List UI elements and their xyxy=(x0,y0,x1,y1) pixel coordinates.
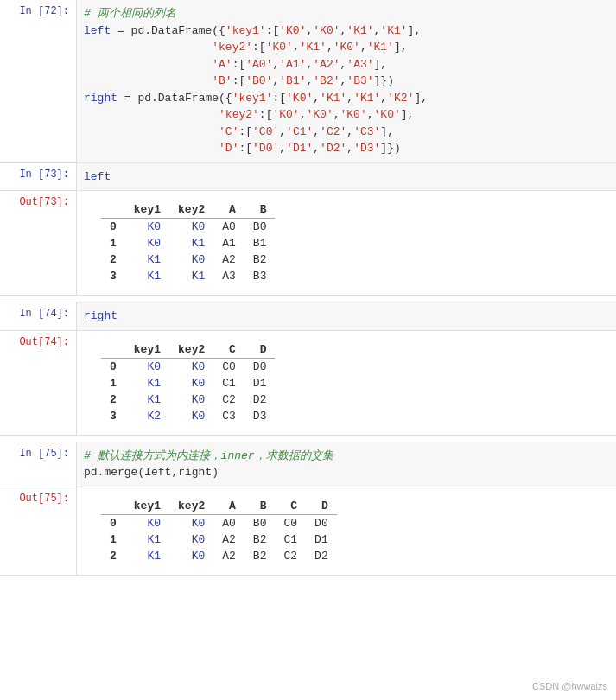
table-cell: C2 xyxy=(275,548,306,564)
table-cell: 0 xyxy=(101,219,125,236)
code-token: = pd.DataFrame({ xyxy=(111,24,225,37)
table-cell: D3 xyxy=(244,408,276,424)
code-line: 'A':['A0','A1','A2','A3'], xyxy=(84,56,609,73)
table-cell: 0 xyxy=(101,514,125,531)
code-token: :[ xyxy=(266,24,280,37)
table-cell: C1 xyxy=(275,531,306,548)
code-token: 'K0' xyxy=(374,108,401,121)
code-token: 'key1' xyxy=(232,92,273,105)
output-cell: Out[75]:key1key2ABCD0K0K0A0B0C0D01K1K0A2… xyxy=(0,487,616,576)
code-token: , xyxy=(327,41,333,54)
code-token: 'K1' xyxy=(380,24,407,37)
table-cell: D0 xyxy=(244,358,276,375)
table-cell: A2 xyxy=(213,548,244,564)
table-cell: K1 xyxy=(169,235,213,251)
code-token: 'D3' xyxy=(353,142,380,155)
code-token: = pd.DataFrame({ xyxy=(117,92,232,105)
code-token: left xyxy=(84,170,111,183)
table-cell: K0 xyxy=(125,219,169,236)
code-line: 'D':['D0','D1','D2','D3']}) xyxy=(84,140,609,157)
code-line: left xyxy=(84,169,609,186)
code-token: 'K0' xyxy=(279,24,306,37)
table-cell: B0 xyxy=(244,219,276,236)
table-cell: K0 xyxy=(169,531,213,548)
table-header xyxy=(101,498,125,515)
table-header xyxy=(101,341,125,359)
code-token: 'D' xyxy=(219,142,238,155)
table-header: B xyxy=(244,498,276,515)
output-cell: Out[73]:key1key2AB0K0K0A0B01K0K1A1B12K1K… xyxy=(0,191,616,296)
code-token: 'B0' xyxy=(245,74,272,87)
input-cell: In [72]:# 两个相同的列名left = pd.DataFrame({'k… xyxy=(0,0,616,163)
table-header: C xyxy=(213,341,244,359)
code-token: ], xyxy=(414,92,428,105)
in-label: In [73]: xyxy=(0,163,76,191)
code-token: 'K0' xyxy=(306,108,333,121)
code-token: ]}) xyxy=(374,74,394,87)
code-line: # 两个相同的列名 xyxy=(84,5,609,22)
code-token: ], xyxy=(380,125,394,138)
code-token: ], xyxy=(394,41,408,54)
code-token: 'B1' xyxy=(279,74,306,87)
code-token: pd.merge(left,right) xyxy=(84,466,219,479)
code-line: 'C':['C0','C1','C2','C3'], xyxy=(84,124,609,141)
code-token: 'K1' xyxy=(300,41,327,54)
code-token: 'K0' xyxy=(333,41,360,54)
code-content: # 默认连接方式为内连接，inner，求数据的交集pd.merge(left,r… xyxy=(76,442,616,487)
code-token: right xyxy=(84,92,117,105)
code-token: ], xyxy=(401,108,415,121)
out-label: Out[73]: xyxy=(0,191,76,295)
code-token: :[ xyxy=(232,74,246,87)
code-token xyxy=(84,41,212,54)
table-cell: D1 xyxy=(306,531,337,548)
code-token: , xyxy=(293,41,300,54)
code-token: 'A2' xyxy=(313,58,340,71)
table-cell: K1 xyxy=(169,268,213,284)
code-token xyxy=(84,125,219,138)
table-cell: B1 xyxy=(244,235,276,251)
code-token: # 两个相同的列名 xyxy=(84,7,176,20)
code-token: 'A3' xyxy=(346,58,373,71)
table-cell: K0 xyxy=(125,514,169,531)
code-token: , xyxy=(313,92,320,105)
output-cell: Out[74]:key1key2CD0K0K0C0D01K1K0C1D12K1K… xyxy=(0,331,616,436)
code-token: , xyxy=(360,41,367,54)
table-cell: C3 xyxy=(213,408,244,424)
in-label: In [74]: xyxy=(0,302,76,330)
code-token: 'K2' xyxy=(387,92,414,105)
table-cell: 2 xyxy=(101,548,125,564)
table-row: 2K1K0A2B2C2D2 xyxy=(101,548,337,564)
code-token xyxy=(84,108,219,121)
code-token xyxy=(84,142,219,155)
table-cell: K0 xyxy=(169,251,213,268)
table-cell: D1 xyxy=(244,375,276,391)
table-cell: A3 xyxy=(213,268,244,284)
out-label: Out[74]: xyxy=(0,331,76,435)
table-header: key2 xyxy=(169,498,213,515)
table-header: key2 xyxy=(169,341,213,359)
table-header: D xyxy=(244,341,276,359)
code-token: 'K0' xyxy=(340,108,367,121)
dataframe-table: key1key2CD0K0K0C0D01K1K0C1D12K1K0C2D23K2… xyxy=(101,341,275,424)
code-token: ], xyxy=(374,58,388,71)
code-token xyxy=(84,74,212,87)
table-cell: K0 xyxy=(169,408,213,424)
code-token: 'B' xyxy=(212,74,232,87)
code-line: 'B':['B0','B1','B2','B3']}) xyxy=(84,73,609,90)
table-row: 1K0K1A1B1 xyxy=(101,235,275,251)
table-cell: A2 xyxy=(213,251,244,268)
table-header: A xyxy=(213,498,244,515)
table-cell: B2 xyxy=(244,548,276,564)
input-cell: In [73]:left xyxy=(0,163,616,192)
in-label: In [75]: xyxy=(0,442,76,487)
output-content: key1key2AB0K0K0A0B01K0K1A1B12K1K0A2B23K1… xyxy=(76,191,616,295)
table-row: 2K1K0C2D2 xyxy=(101,391,275,408)
table-cell: A0 xyxy=(213,219,244,236)
input-cell: In [74]:right xyxy=(0,302,616,331)
code-token: , xyxy=(333,108,340,121)
table-cell: K0 xyxy=(169,391,213,408)
table-cell: K1 xyxy=(125,268,169,284)
table-cell: 1 xyxy=(101,531,125,548)
table-header: B xyxy=(244,201,276,219)
code-token: 'key1' xyxy=(225,24,266,37)
